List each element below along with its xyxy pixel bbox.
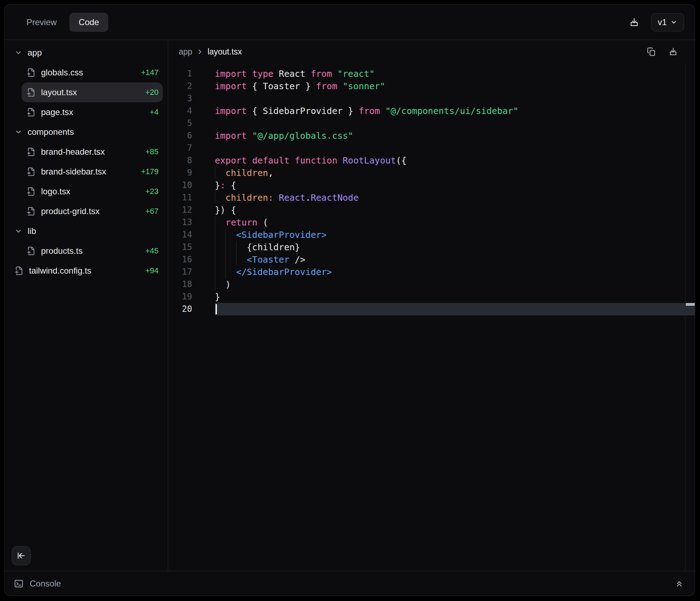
- tree-file-tailwind.config.ts[interactable]: tailwind.config.ts+94: [10, 261, 163, 281]
- line-number: 16: [168, 253, 215, 266]
- tab-code[interactable]: Code: [69, 13, 108, 32]
- code-line-13[interactable]: 13 return (: [168, 216, 695, 229]
- line-text: import { Toaster } from "sonner": [215, 80, 695, 92]
- chevron-down-icon: [15, 49, 22, 57]
- code-line-16[interactable]: 16 <Toaster />: [168, 253, 695, 266]
- indent-guide: [236, 241, 236, 253]
- file-plus-icon: [27, 88, 36, 97]
- code-line-17[interactable]: 17 </SidebarProvider>: [168, 266, 695, 278]
- console-bar[interactable]: Console: [5, 571, 695, 596]
- added-lines-badge: +85: [145, 147, 159, 156]
- line-number: 14: [168, 229, 215, 241]
- editor-scrollbar[interactable]: [685, 63, 695, 571]
- code-line-7[interactable]: 7: [168, 142, 695, 154]
- code-line-14[interactable]: 14 <SidebarProvider>: [168, 229, 695, 241]
- line-text: }: {: [215, 179, 695, 191]
- line-number: 17: [168, 266, 215, 278]
- copy-code-button[interactable]: [645, 46, 657, 58]
- line-number: 13: [168, 216, 215, 229]
- code-line-20[interactable]: 20: [168, 303, 695, 315]
- file-plus-icon: [27, 187, 36, 196]
- indent-guide: [225, 229, 226, 241]
- file-plus-icon: [27, 246, 36, 256]
- code-content: 1import type React from "react"2import {…: [168, 63, 695, 315]
- file-plus-icon: [27, 167, 36, 176]
- code-line-19[interactable]: 19}: [168, 291, 695, 303]
- chevron-down-icon: [15, 227, 22, 235]
- indent-guide: [215, 229, 215, 241]
- top-toolbar: Preview Code v1: [5, 5, 695, 40]
- tree-file-page.tsx[interactable]: page.tsx+4: [22, 102, 163, 122]
- tree-folder-app[interactable]: app: [10, 43, 163, 63]
- code-line-12[interactable]: 12}) {: [168, 204, 695, 216]
- line-text: return (: [215, 216, 695, 229]
- code-line-6[interactable]: 6import "@/app/globals.css": [168, 130, 695, 142]
- indent-guide: [225, 253, 226, 266]
- collapse-sidebar-button[interactable]: [12, 546, 31, 565]
- line-text: <Toaster />: [215, 253, 695, 266]
- file-plus-icon: [27, 147, 36, 156]
- code-line-2[interactable]: 2import { Toaster } from "sonner": [168, 80, 695, 92]
- file-name: tailwind.config.ts: [29, 266, 91, 276]
- indent-guide: [215, 253, 215, 266]
- tree-folder-components[interactable]: components: [10, 122, 163, 142]
- code-line-1[interactable]: 1import type React from "react": [168, 68, 695, 80]
- line-number: 12: [168, 204, 215, 216]
- code-line-4[interactable]: 4import { SidebarProvider } from "@/comp…: [168, 105, 695, 117]
- tree-file-brand-header.tsx[interactable]: brand-header.tsx+85: [22, 142, 163, 162]
- code-line-15[interactable]: 15 {children}: [168, 241, 695, 253]
- line-text: <SidebarProvider>: [215, 229, 695, 241]
- code-line-18[interactable]: 18 ): [168, 278, 695, 291]
- terminal-icon: [14, 579, 24, 589]
- indent-guide: [236, 253, 236, 266]
- code-editor[interactable]: 1import type React from "react"2import {…: [168, 63, 695, 571]
- tree-file-globals.css[interactable]: globals.css+147: [22, 63, 163, 82]
- chevron-down-icon: [670, 19, 677, 26]
- download-project-button[interactable]: [628, 16, 641, 29]
- line-text: </SidebarProvider>: [215, 266, 695, 278]
- expand-console-button[interactable]: [675, 579, 684, 588]
- line-number: 18: [168, 278, 215, 291]
- file-name: globals.css: [41, 68, 83, 78]
- indent-guide: [215, 241, 215, 253]
- line-number: 3: [168, 92, 215, 105]
- line-text: import "@/app/globals.css": [215, 130, 695, 142]
- code-line-8[interactable]: 8export default function RootLayout({: [168, 154, 695, 167]
- added-lines-badge: +23: [145, 187, 159, 196]
- line-number: 11: [168, 191, 215, 204]
- chevron-right-icon: [196, 48, 203, 55]
- indent-guide: [225, 241, 226, 253]
- editor-actions: [645, 46, 679, 58]
- tree-folder-lib[interactable]: lib: [10, 221, 163, 241]
- code-line-5[interactable]: 5: [168, 117, 695, 130]
- line-text: import type React from "react": [215, 68, 695, 80]
- version-dropdown[interactable]: v1: [651, 13, 684, 32]
- file-name: products.ts: [41, 246, 82, 256]
- line-number: 4: [168, 105, 215, 117]
- code-line-11[interactable]: 11 children: React.ReactNode: [168, 191, 695, 204]
- code-line-3[interactable]: 3: [168, 92, 695, 105]
- file-plus-icon: [27, 207, 36, 216]
- tree-file-layout.tsx[interactable]: layout.tsx+20: [22, 82, 163, 102]
- file-name: logo.tsx: [41, 187, 70, 196]
- tab-preview[interactable]: Preview: [17, 13, 66, 32]
- line-number: 15: [168, 241, 215, 253]
- line-number: 9: [168, 167, 215, 179]
- file-name: brand-sidebar.tsx: [41, 167, 106, 177]
- code-line-9[interactable]: 9 children,: [168, 167, 695, 179]
- tree-file-products.ts[interactable]: products.ts+45: [22, 241, 163, 261]
- added-lines-badge: +94: [145, 266, 159, 275]
- code-workspace-window: Preview Code v1: [4, 4, 695, 596]
- added-lines-badge: +20: [145, 88, 159, 97]
- chevrons-up-icon: [675, 579, 684, 588]
- line-text: children: React.ReactNode: [215, 191, 695, 204]
- line-number: 1: [168, 68, 215, 80]
- sidebar-spacer: [10, 281, 163, 546]
- console-label: Console: [30, 579, 61, 589]
- tree-file-logo.tsx[interactable]: logo.tsx+23: [22, 182, 163, 201]
- download-file-button[interactable]: [667, 46, 679, 58]
- code-line-10[interactable]: 10}: {: [168, 179, 695, 191]
- tree-file-product-grid.tsx[interactable]: product-grid.tsx+67: [22, 201, 163, 221]
- line-text: export default function RootLayout({: [215, 154, 695, 167]
- tree-file-brand-sidebar.tsx[interactable]: brand-sidebar.tsx+179: [22, 162, 163, 182]
